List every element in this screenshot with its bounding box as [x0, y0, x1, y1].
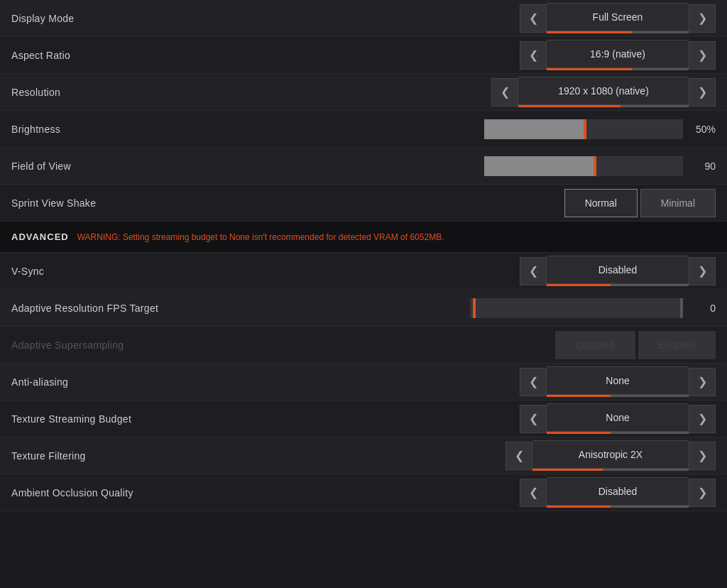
- aspect-ratio-control: ❮ 16:9 (native) ❯: [520, 40, 716, 70]
- resolution-value-wrap: 1920 x 1080 (native): [518, 77, 689, 107]
- aspect-ratio-value-wrap: 16:9 (native): [547, 40, 689, 70]
- adaptive-supersampling-control: Disabled Enabled: [555, 331, 716, 359]
- fov-thumb: [594, 156, 596, 176]
- adaptive-supersampling-disabled-btn: Disabled: [555, 331, 635, 359]
- texture-filtering-control: ❮ Anisotropic 2X ❯: [505, 440, 716, 471]
- fov-fill: [484, 156, 594, 176]
- resolution-label: Resolution: [11, 87, 491, 98]
- ambient-occlusion-underline: [547, 506, 689, 508]
- adaptive-supersampling-label: Adaptive Supersampling: [11, 339, 555, 351]
- vsync-prev[interactable]: ❮: [520, 257, 547, 285]
- adaptive-res-thumb: [473, 298, 476, 318]
- fov-label: Field of View: [11, 160, 484, 172]
- anti-aliasing-control: ❮ None ❯: [520, 366, 716, 397]
- resolution-row: Resolution ❮ 1920 x 1080 (native) ❯: [0, 74, 727, 111]
- anti-aliasing-value: None: [547, 366, 689, 395]
- vsync-row: V-Sync ❮ Disabled ❯: [0, 253, 727, 290]
- adaptive-res-control: 0: [364, 298, 716, 318]
- adaptive-res-label: Adaptive Resolution FPS Target: [11, 303, 364, 314]
- advanced-header: ADVANCED WARNING: Setting streaming budg…: [0, 222, 727, 253]
- aspect-ratio-underline: [547, 68, 689, 70]
- anti-aliasing-next[interactable]: ❯: [689, 368, 716, 396]
- adaptive-res-value: 0: [690, 303, 716, 314]
- texture-streaming-value-wrap: None: [547, 403, 689, 434]
- texture-streaming-underline: [547, 432, 689, 434]
- aspect-ratio-prev[interactable]: ❮: [520, 41, 547, 70]
- ambient-occlusion-value: Disabled: [547, 477, 689, 506]
- display-mode-value-wrap: Full Screen: [547, 3, 689, 33]
- adaptive-supersampling-enabled-btn: Enabled: [638, 331, 716, 359]
- advanced-label: ADVANCED: [11, 232, 69, 242]
- texture-filtering-row: Texture Filtering ❮ Anisotropic 2X ❯: [0, 437, 727, 474]
- anti-aliasing-value-wrap: None: [547, 366, 689, 397]
- aspect-ratio-value: 16:9 (native): [547, 40, 689, 68]
- fov-value: 90: [690, 160, 716, 172]
- aspect-ratio-label: Aspect Ratio: [11, 50, 520, 61]
- ambient-occlusion-value-wrap: Disabled: [547, 477, 689, 508]
- aspect-ratio-next[interactable]: ❯: [689, 41, 716, 70]
- texture-filtering-next[interactable]: ❯: [689, 442, 716, 470]
- display-mode-row: Display Mode ❮ Full Screen ❯: [0, 0, 727, 37]
- brightness-fill: [484, 119, 584, 139]
- aspect-ratio-row: Aspect Ratio ❮ 16:9 (native) ❯: [0, 37, 727, 74]
- ambient-occlusion-control: ❮ Disabled ❯: [520, 477, 716, 508]
- ambient-occlusion-row: Ambient Occlusion Quality ❮ Disabled ❯: [0, 474, 727, 511]
- brightness-value: 50%: [690, 124, 716, 135]
- settings-panel: Display Mode ❮ Full Screen ❯ Aspect Rati…: [0, 0, 727, 511]
- sprint-view-shake-label: Sprint View Shake: [11, 197, 564, 209]
- texture-streaming-value: None: [547, 403, 689, 432]
- texture-filtering-value: Anisotropic 2X: [532, 440, 689, 469]
- brightness-thumb: [584, 119, 586, 139]
- sprint-view-shake-row: Sprint View Shake Normal Minimal: [0, 185, 727, 222]
- texture-filtering-label: Texture Filtering: [11, 450, 505, 462]
- display-mode-control: ❮ Full Screen ❯: [520, 3, 716, 33]
- brightness-row: Brightness 50%: [0, 111, 727, 148]
- resolution-underline: [518, 105, 689, 107]
- display-mode-next[interactable]: ❯: [689, 4, 716, 33]
- fov-control: 90: [484, 156, 716, 176]
- brightness-control: 50%: [484, 119, 716, 139]
- resolution-prev[interactable]: ❮: [491, 78, 518, 107]
- resolution-control: ❮ 1920 x 1080 (native) ❯: [491, 77, 716, 107]
- ambient-occlusion-label: Ambient Occlusion Quality: [11, 487, 520, 499]
- texture-filtering-underline: [532, 469, 689, 471]
- vsync-value: Disabled: [547, 256, 689, 284]
- vsync-next[interactable]: ❯: [689, 257, 716, 285]
- fov-row: Field of View 90: [0, 148, 727, 185]
- vsync-underline: [547, 284, 689, 286]
- vsync-label: V-Sync: [11, 266, 520, 277]
- resolution-next[interactable]: ❯: [689, 78, 716, 107]
- adaptive-res-right-edge: [680, 298, 683, 318]
- anti-aliasing-row: Anti-aliasing ❮ None ❯: [0, 364, 727, 401]
- texture-streaming-next[interactable]: ❯: [689, 405, 716, 433]
- anti-aliasing-label: Anti-aliasing: [11, 376, 520, 388]
- adaptive-supersampling-row: Adaptive Supersampling Disabled Enabled: [0, 327, 727, 364]
- display-mode-label: Display Mode: [11, 13, 520, 24]
- fov-slider[interactable]: [484, 156, 683, 176]
- texture-streaming-prev[interactable]: ❮: [520, 405, 547, 433]
- vsync-control: ❮ Disabled ❯: [520, 256, 716, 286]
- texture-filtering-prev[interactable]: ❮: [505, 442, 532, 470]
- texture-streaming-control: ❮ None ❯: [520, 403, 716, 434]
- anti-aliasing-prev[interactable]: ❮: [520, 368, 547, 396]
- advanced-warning: WARNING: Setting streaming budget to Non…: [77, 232, 716, 242]
- resolution-value: 1920 x 1080 (native): [518, 77, 689, 105]
- display-mode-prev[interactable]: ❮: [520, 4, 547, 33]
- texture-streaming-label: Texture Streaming Budget: [11, 413, 520, 425]
- texture-filtering-value-wrap: Anisotropic 2X: [532, 440, 689, 471]
- display-mode-value: Full Screen: [547, 3, 689, 31]
- brightness-label: Brightness: [11, 124, 484, 135]
- sprint-normal-btn[interactable]: Normal: [564, 189, 638, 217]
- brightness-slider[interactable]: [484, 119, 683, 139]
- display-mode-underline: [547, 31, 689, 33]
- adaptive-res-slider[interactable]: [470, 298, 683, 318]
- vsync-value-wrap: Disabled: [547, 256, 689, 286]
- anti-aliasing-underline: [547, 395, 689, 397]
- ambient-occlusion-next[interactable]: ❯: [689, 479, 716, 507]
- sprint-minimal-btn[interactable]: Minimal: [640, 189, 716, 217]
- ambient-occlusion-prev[interactable]: ❮: [520, 479, 547, 507]
- texture-streaming-row: Texture Streaming Budget ❮ None ❯: [0, 401, 727, 437]
- adaptive-res-row: Adaptive Resolution FPS Target 0: [0, 290, 727, 327]
- sprint-view-shake-control: Normal Minimal: [564, 189, 716, 217]
